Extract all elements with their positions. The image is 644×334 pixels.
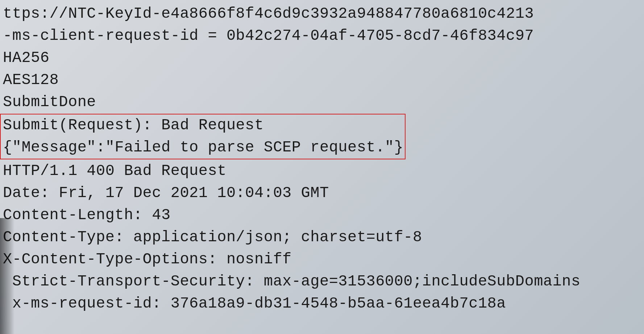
http-header-date: Date: Fri, 17 Dec 2021 10:04:03 GMT xyxy=(0,182,644,204)
log-line: HA256 xyxy=(0,47,644,69)
http-header-x-ms-request-id: x-ms-request-id: 376a18a9-db31-4548-b5aa… xyxy=(0,293,644,315)
console-output: ttps://NTC-KeyId-e4a8666f8f4c6d9c3932a94… xyxy=(0,3,644,314)
error-line-submit: Submit(Request): Bad Request xyxy=(3,114,403,137)
log-line: SubmitDone xyxy=(0,91,644,113)
http-header-x-content-type-options: X-Content-Type-Options: nosniff xyxy=(0,249,644,271)
http-header-content-length: Content-Length: 43 xyxy=(0,204,644,226)
log-line: AES128 xyxy=(0,69,644,91)
error-highlight-box: Submit(Request): Bad Request {"Message":… xyxy=(0,114,406,159)
http-status-line: HTTP/1.1 400 Bad Request xyxy=(0,160,644,182)
http-header-strict-transport-security: Strict-Transport-Security: max-age=31536… xyxy=(0,271,644,293)
error-line-message: {"Message":"Failed to parse SCEP request… xyxy=(3,137,403,159)
http-header-content-type: Content-Type: application/json; charset=… xyxy=(0,226,644,249)
log-line: ttps://NTC-KeyId-e4a8666f8f4c6d9c3932a94… xyxy=(0,3,644,25)
log-line: -ms-client-request-id = 0b42c274-04af-47… xyxy=(0,25,644,47)
